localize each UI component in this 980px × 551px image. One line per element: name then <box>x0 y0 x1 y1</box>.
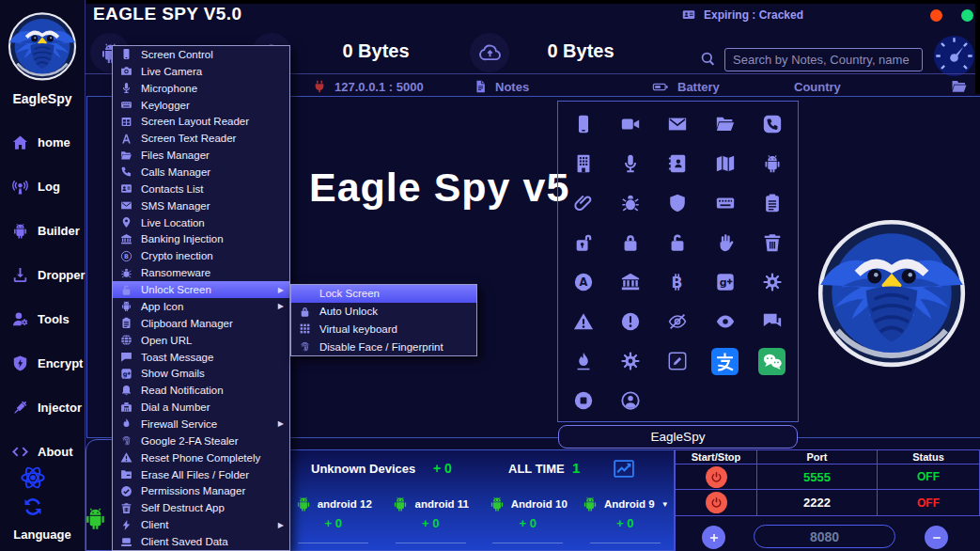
sidebar-item-injector[interactable]: Injector <box>0 393 85 421</box>
menu-item-dial-a-number[interactable]: Dial a Number <box>113 399 289 416</box>
stop-circle-icon[interactable] <box>573 390 594 411</box>
menu-item-permissions-manager[interactable]: Permissions Manager <box>113 483 289 500</box>
menu-item-open-url[interactable]: Open URL <box>113 332 289 349</box>
gear-icon[interactable] <box>762 272 783 292</box>
exclamation-icon[interactable] <box>620 311 641 332</box>
bitcoin-icon[interactable]: B <box>667 272 688 292</box>
menu-item-keylogger[interactable]: Keylogger <box>113 97 289 114</box>
sidebar-item-dropper[interactable]: Dropper <box>0 260 85 289</box>
menu-item-lock-screen[interactable]: Lock Screen <box>291 285 476 303</box>
menu-item-calls-manager[interactable]: Calls Manager <box>113 164 289 181</box>
search-input[interactable] <box>724 48 923 71</box>
menu-item-client-saved-data[interactable]: Client Saved Data <box>113 533 289 550</box>
android-icon[interactable] <box>762 153 783 174</box>
menu-item-contacts-list[interactable]: Contacts List <box>113 181 289 197</box>
unlock-keyhole-icon[interactable] <box>573 232 594 253</box>
building-icon[interactable] <box>573 153 594 174</box>
contact-book-icon[interactable] <box>667 153 688 174</box>
bug-icon[interactable] <box>620 193 641 213</box>
sidebar-item-encrypt[interactable]: Encrypt <box>0 349 85 377</box>
paperclip-icon[interactable] <box>573 193 594 213</box>
menu-item-app-icon[interactable]: App Icon▶ <box>113 298 289 315</box>
menu-item-auto-unlock[interactable]: Auto Unlock <box>291 303 476 321</box>
alipay-icon[interactable] <box>711 348 739 375</box>
menu-item-label: Self Destruct App <box>141 502 225 513</box>
sidebar-item-tools[interactable]: Tools <box>0 305 85 333</box>
menu-item-erase-all-files-folder[interactable]: Erase All Files / Folder <box>113 466 289 483</box>
header-folder[interactable] <box>949 78 970 95</box>
menu-item-virtual-keyboard[interactable]: Virtual keyboard <box>291 321 476 338</box>
menu-item-google-2-fa-stealer[interactable]: Google 2-FA Stealer <box>113 433 289 449</box>
user-circle-icon[interactable] <box>620 390 641 411</box>
menu-item-reset-phone-completely[interactable]: Reset Phone Completely <box>113 449 289 466</box>
gplus-icon[interactable]: g <box>715 272 736 292</box>
menu-item-microphone[interactable]: Microphone <box>113 80 289 97</box>
hand-icon[interactable] <box>715 232 736 253</box>
menu-item-toast-message[interactable]: Toast Message <box>113 349 289 366</box>
eaglespy-button[interactable]: EagleSpy <box>558 425 798 449</box>
phone-square-icon[interactable] <box>762 114 783 134</box>
pen-square-icon[interactable] <box>667 351 688 371</box>
menu-item-self-destruct-app[interactable]: Self Destruct App <box>113 499 289 516</box>
warning-icon[interactable] <box>573 311 594 332</box>
lock-icon[interactable] <box>620 232 641 253</box>
keyboard-icon[interactable] <box>715 193 736 213</box>
menu-item-screen-text-reader[interactable]: Screen Text Reader <box>113 130 289 147</box>
eye-slash-icon[interactable] <box>667 311 688 332</box>
power-button[interactable] <box>706 492 727 513</box>
menu-item-crypto-inection[interactable]: BCrypto inection <box>113 247 289 264</box>
video-icon[interactable] <box>620 114 641 134</box>
gear-icon[interactable] <box>620 351 641 371</box>
menu-item-live-camera[interactable]: Live Camera <box>113 63 289 80</box>
clipboard-icon[interactable] <box>762 193 783 213</box>
shield-icon[interactable] <box>667 193 688 213</box>
folder-open-icon[interactable] <box>715 114 736 134</box>
upload-cloud-button[interactable] <box>470 33 509 72</box>
menu-item-unlock-screen[interactable]: Unlock Screen▶ <box>113 281 289 298</box>
sidebar-item-builder[interactable]: Builder <box>0 216 85 244</box>
menu-item-ransomeware[interactable]: Ransomeware <box>113 264 289 281</box>
comments-icon[interactable] <box>762 311 783 332</box>
device-label-row[interactable]: android 11 <box>392 496 469 512</box>
fire-line-icon[interactable] <box>573 351 594 371</box>
menu-item-sms-manager[interactable]: SMS Manager <box>113 197 289 214</box>
menu-item-screen-control[interactable]: Screen Control <box>113 46 289 63</box>
trash-icon[interactable] <box>762 232 783 253</box>
menu-item-client[interactable]: Client▶ <box>113 516 289 533</box>
bank-icon[interactable] <box>620 272 641 292</box>
wechat-icon[interactable] <box>758 348 786 375</box>
device-label-row[interactable]: android 12 <box>295 496 372 512</box>
speed-gauge-icon[interactable] <box>932 34 976 78</box>
sidebar-item-home[interactable]: home <box>0 128 85 156</box>
power-button[interactable] <box>706 466 727 488</box>
menu-item-clipboard-manager[interactable]: Clipboard Manager <box>113 315 289 332</box>
menu-item-firewall-service[interactable]: Firewall Service▶ <box>113 416 289 433</box>
add-port-button[interactable] <box>702 526 725 549</box>
minimize-button[interactable] <box>961 9 973 22</box>
menu-item-read-notification[interactable]: Read Notification <box>113 382 289 399</box>
map-icon[interactable] <box>715 153 736 174</box>
chart-icon[interactable] <box>610 457 638 480</box>
mobile-icon[interactable] <box>573 114 594 134</box>
new-port-input[interactable] <box>754 525 895 548</box>
sync-icon[interactable] <box>22 496 44 518</box>
menu-item-show-gmails[interactable]: gShow Gmails <box>113 365 289 382</box>
atom-icon[interactable] <box>20 464 46 491</box>
close-button[interactable] <box>930 9 942 22</box>
envelope-icon[interactable] <box>667 114 688 134</box>
unlock-icon[interactable] <box>667 232 688 253</box>
menu-item-files-manager[interactable]: Files Manager <box>113 147 289 164</box>
menu-item-banking-injection[interactable]: Banking Injection <box>113 231 289 248</box>
language-label[interactable]: Language <box>0 527 85 542</box>
sidebar-item-about[interactable]: About <box>0 437 85 465</box>
remove-port-button[interactable] <box>925 526 948 549</box>
menu-item-disable-face-fingerprint[interactable]: Disable Face / Fingerprint <box>291 338 476 355</box>
sidebar-item-log[interactable]: Log <box>0 172 85 200</box>
device-label-row[interactable]: Android 10 <box>489 496 568 512</box>
device-label-row[interactable]: Android 9▼ <box>582 496 669 512</box>
menu-item-live-location[interactable]: Live Location <box>113 214 289 231</box>
menu-item-screen-layout-reader[interactable]: Screen Layout Reader <box>113 113 289 130</box>
mic-icon[interactable] <box>620 153 641 174</box>
eye-icon[interactable] <box>715 311 736 332</box>
a-circle-icon[interactable]: A <box>573 272 594 292</box>
